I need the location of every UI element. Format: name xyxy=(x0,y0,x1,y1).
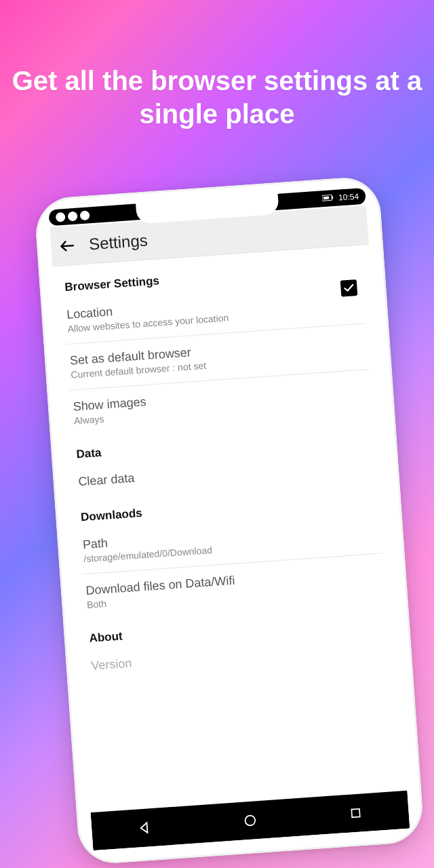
page-title: Settings xyxy=(88,231,148,254)
android-navbar xyxy=(91,791,410,851)
battery-icon xyxy=(322,193,335,203)
nav-back-button[interactable] xyxy=(134,817,155,839)
nav-recents-button[interactable] xyxy=(345,802,367,824)
screen: Settings Browser Settings Location Allow… xyxy=(50,205,410,850)
back-button[interactable] xyxy=(57,235,77,256)
status-icon xyxy=(80,210,90,220)
checkbox-location[interactable] xyxy=(340,279,358,297)
nav-home-button[interactable] xyxy=(239,810,261,831)
svg-point-4 xyxy=(245,815,256,826)
svg-rect-1 xyxy=(332,196,333,199)
phone-mockup: 10:54 Settings Browser Settings Location… xyxy=(33,175,425,865)
status-time: 10:54 xyxy=(338,192,359,203)
svg-line-3 xyxy=(61,245,73,246)
svg-rect-5 xyxy=(351,809,359,817)
status-icon xyxy=(68,212,78,222)
promo-headline: Get all the browser settings at a single… xyxy=(0,64,434,131)
svg-rect-2 xyxy=(323,197,329,200)
status-icon xyxy=(56,212,66,222)
